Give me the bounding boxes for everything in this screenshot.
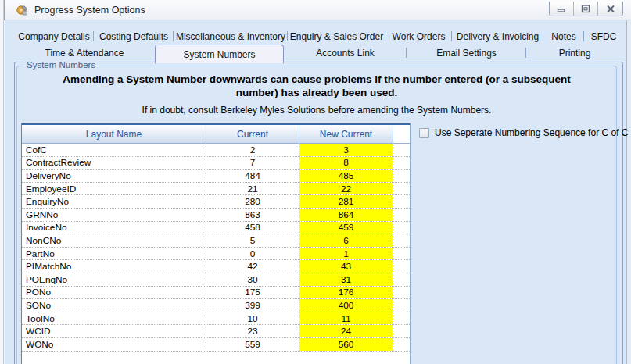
current-cell: 23: [206, 325, 299, 337]
table-row[interactable]: PartNo01: [22, 248, 410, 261]
table-row[interactable]: WCID2324: [22, 325, 410, 338]
current-cell: 458: [206, 222, 299, 234]
tab-system-numbers[interactable]: System Numbers: [155, 45, 284, 63]
separate-numbering-option: Use Seperate Numbering Sequence for C of…: [419, 127, 628, 138]
close-icon: [606, 5, 615, 13]
minimize-button[interactable]: [550, 2, 574, 16]
close-button[interactable]: [598, 2, 622, 16]
column-header-filler: [393, 125, 410, 143]
new-current-cell[interactable]: 485: [299, 170, 393, 182]
layout-name-cell: SONo: [22, 299, 206, 312]
tab-row-1: Company Details Costing Defaults Miscell…: [14, 28, 623, 45]
table-row[interactable]: ContractReview78: [22, 157, 410, 170]
layout-name-cell: InvoiceNo: [22, 222, 206, 234]
filler-cell: [393, 260, 410, 273]
layout-name-cell: EmployeeID: [22, 183, 206, 195]
window-title: Progress System Options: [34, 5, 145, 16]
column-header-new-current[interactable]: New Current: [299, 125, 393, 143]
filler-cell: [393, 157, 410, 170]
window-left-edge: [0, 0, 4, 364]
table-row[interactable]: InvoiceNo458459: [22, 222, 410, 235]
filler-cell: [393, 144, 410, 156]
advice-text: If in doubt, consult Berkeley Myles Solu…: [43, 105, 590, 116]
filler-cell: [393, 183, 410, 195]
layout-name-cell: ToolNo: [22, 312, 206, 325]
window-right-edge: [627, 20, 631, 364]
column-header-layout-name[interactable]: Layout Name: [22, 125, 206, 143]
table-row[interactable]: EnquiryNo280281: [22, 195, 410, 209]
new-current-cell[interactable]: 281: [299, 195, 393, 208]
tab-time-attendance[interactable]: Time & Attendance: [14, 45, 155, 61]
new-current-cell[interactable]: 6: [299, 234, 393, 247]
new-current-cell[interactable]: 864: [299, 209, 393, 221]
filler-cell: [393, 299, 410, 312]
layout-name-cell: ContractReview: [22, 157, 206, 170]
current-cell: 280: [206, 195, 299, 208]
app-gear-icon: [16, 4, 28, 16]
layout-name-cell: POEnqNo: [22, 273, 206, 286]
current-cell: 0: [206, 248, 299, 260]
layout-name-cell: NonCNo: [22, 234, 206, 247]
tab-miscellaneous-inventory[interactable]: Miscellaneous & Inventory: [174, 28, 288, 45]
progress-system-options-window: Progress System Options Compa: [0, 0, 631, 364]
tab-row-2: Time & Attendance System Numbers Account…: [14, 45, 623, 62]
table-row[interactable]: GRNNo863864: [22, 209, 410, 222]
layout-name-cell: EnquiryNo: [22, 195, 206, 208]
tab-company-details[interactable]: Company Details: [14, 28, 94, 45]
maximize-icon: [581, 5, 590, 13]
tab-email-settings[interactable]: Email Settings: [407, 45, 526, 61]
layout-name-cell: CofC: [22, 144, 206, 156]
new-current-cell[interactable]: 43: [299, 260, 393, 273]
tab-work-orders[interactable]: Work Orders: [385, 28, 452, 45]
system-numbers-table: Layout Name Current New Current CofC23Co…: [21, 123, 411, 364]
maximize-button[interactable]: [574, 2, 598, 16]
current-cell: 863: [206, 209, 299, 221]
table-row[interactable]: PIMatchNo4243: [22, 260, 410, 273]
table-row[interactable]: ToolNo1011: [22, 312, 410, 326]
current-cell: 559: [206, 338, 299, 351]
current-cell: 21: [206, 183, 299, 195]
layout-name-cell: WONo: [22, 338, 206, 351]
tab-notes[interactable]: Notes: [543, 28, 584, 45]
table-row[interactable]: PONo175176: [22, 287, 410, 300]
table-row[interactable]: DeliveryNo484485: [22, 170, 410, 183]
table-row[interactable]: EmployeeID2122: [22, 183, 410, 196]
new-current-cell[interactable]: 31: [299, 273, 393, 286]
new-current-cell[interactable]: 459: [299, 222, 393, 234]
table-row[interactable]: WONo559560: [22, 338, 410, 352]
filler-cell: [393, 248, 410, 260]
new-current-cell[interactable]: 1: [299, 248, 393, 260]
new-current-cell[interactable]: 11: [299, 312, 393, 325]
new-current-cell[interactable]: 24: [299, 325, 393, 337]
filler-cell: [393, 312, 410, 325]
tab-accounts-link[interactable]: Accounts Link: [284, 45, 407, 61]
new-current-cell[interactable]: 400: [299, 299, 393, 312]
table-row[interactable]: CofC23: [22, 144, 410, 157]
tab-sfdc[interactable]: SFDC: [584, 28, 623, 45]
current-cell: 484: [206, 170, 299, 182]
filler-cell: [393, 170, 410, 182]
table-header-row: Layout Name Current New Current: [22, 125, 410, 144]
filler-cell: [393, 287, 410, 299]
new-current-cell[interactable]: 560: [299, 338, 393, 351]
current-cell: 7: [206, 157, 299, 170]
tab-enquiry-sales-order[interactable]: Enquiry & Sales Order: [288, 28, 385, 45]
table-row[interactable]: NonCNo56: [22, 234, 410, 248]
separate-numbering-checkbox[interactable]: [419, 128, 429, 138]
filler-cell: [393, 195, 410, 208]
separate-numbering-label: Use Seperate Numbering Sequence for C of…: [435, 127, 628, 138]
current-cell: 175: [206, 287, 299, 299]
new-current-cell[interactable]: 8: [299, 157, 393, 170]
tab-costing-defaults[interactable]: Costing Defaults: [94, 28, 174, 45]
column-header-current[interactable]: Current: [206, 125, 299, 143]
title-bar[interactable]: Progress System Options: [4, 0, 631, 20]
current-cell: 2: [206, 144, 299, 156]
table-row[interactable]: SONo399400: [22, 299, 410, 312]
new-current-cell[interactable]: 22: [299, 183, 393, 195]
new-current-cell[interactable]: 176: [299, 287, 393, 299]
tab-printing[interactable]: Printing: [526, 45, 623, 61]
current-cell: 30: [206, 273, 299, 286]
table-row[interactable]: POEnqNo3031: [22, 273, 410, 287]
new-current-cell[interactable]: 3: [299, 144, 393, 156]
tab-delivery-invoicing[interactable]: Delivery & Invoicing: [452, 28, 543, 45]
